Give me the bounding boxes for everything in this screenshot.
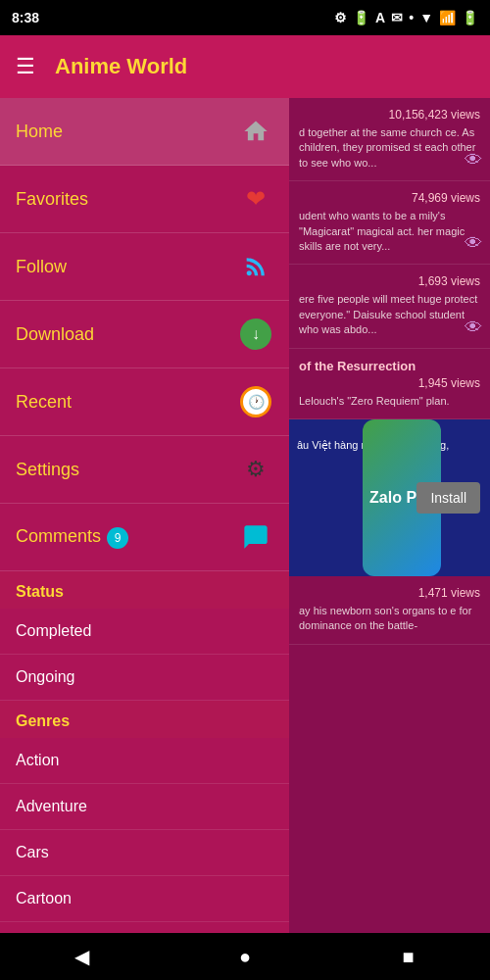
top-bar: ☰ Anime World [0, 35, 490, 98]
home-nav-icon: ● [239, 946, 251, 968]
sidebar-item-settings[interactable]: Settings ⚙ [0, 436, 289, 504]
heart-icon: ❤ [238, 181, 273, 217]
home-icon [238, 114, 273, 149]
action-label: Action [16, 752, 59, 769]
eye-icon-2: 👁 [465, 233, 482, 254]
content-item-2: 74,969 views udent who wants to be a mil… [289, 181, 490, 265]
settings-label: Settings [16, 460, 79, 480]
content-item-4: of the Resurrection 1,945 views Lelouch'… [289, 349, 490, 419]
cars-label: Cars [16, 844, 49, 861]
recent-label: Recent [16, 392, 72, 413]
genre-cars-item[interactable]: Cars [0, 830, 289, 876]
text-3: ere five people will meet huge protect e… [299, 292, 480, 337]
comments-label: Comments9 [16, 526, 128, 549]
ongoing-label: Ongoing [16, 668, 75, 686]
signal-icon: 📶 [439, 10, 456, 25]
genre-comedy-item[interactable]: Comedy [0, 922, 289, 933]
dot-icon: • [409, 10, 414, 25]
time-display: 8:38 [12, 10, 39, 25]
text-4: Lelouch's "Zero Requiem" plan. [299, 394, 480, 409]
rss-icon [238, 249, 273, 284]
bottom-nav: ◀ ● ■ [0, 933, 490, 980]
genre-adventure-item[interactable]: Adventure [0, 784, 289, 830]
back-button[interactable]: ◀ [52, 933, 111, 980]
sidebar-item-comments[interactable]: Comments9 [0, 504, 289, 571]
clock-icon: 🕐 [238, 384, 273, 419]
back-icon: ◀ [74, 945, 89, 968]
status-bar-right: ⚙ 🔋 A ✉ • ▼ 📶 🔋 [334, 10, 478, 25]
status-section-header: Status [0, 571, 289, 609]
status-completed-item[interactable]: Completed [0, 609, 289, 655]
app-title: Anime World [55, 54, 187, 79]
wifi-icon: ▼ [419, 10, 433, 25]
views-2: 74,969 views [299, 191, 480, 205]
content-area: 10,156,423 views d together at the same … [289, 98, 490, 933]
genres-section-label: Genres [16, 712, 70, 729]
content-item-last: 1,471 views ay his newborn son's organs … [289, 576, 490, 645]
sidebar-item-home[interactable]: Home [0, 98, 289, 166]
follow-label: Follow [16, 257, 67, 277]
views-3: 1,693 views [299, 274, 480, 288]
sidebar-item-download[interactable]: Download ↓ [0, 301, 289, 368]
hamburger-menu-button[interactable]: ☰ [16, 54, 35, 79]
views-4: 1,945 views [299, 376, 480, 390]
views-last: 1,471 views [299, 586, 480, 600]
email-icon: ✉ [391, 10, 403, 25]
recents-icon: ■ [403, 946, 415, 968]
eye-icon-1: 👁 [465, 150, 482, 171]
main-layout: Home Favorites ❤ Follow Download [0, 98, 490, 933]
genre-action-item[interactable]: Action [0, 738, 289, 784]
status-section-label: Status [16, 583, 64, 600]
status-bar: 8:38 ⚙ 🔋 A ✉ • ▼ 📶 🔋 [0, 0, 490, 35]
sidebar-item-favorites[interactable]: Favorites ❤ [0, 166, 289, 233]
battery-saver-icon: 🔋 [353, 10, 369, 25]
genres-section-header: Genres [0, 701, 289, 738]
gear-icon: ⚙ [238, 452, 273, 487]
item4-title: of the Resurrection [299, 359, 480, 373]
download-label: Download [16, 324, 94, 345]
battery-icon: 🔋 [462, 10, 478, 25]
download-icon: ↓ [238, 317, 273, 352]
favorites-label: Favorites [16, 189, 88, 210]
views-1: 10,156,423 views [299, 108, 480, 122]
text-1: d together at the same church ce. As chi… [299, 125, 480, 171]
sidebar-item-recent[interactable]: Recent 🕐 [0, 368, 289, 436]
home-button[interactable]: ● [216, 933, 274, 980]
content-item-3: 1,693 views ere five people will meet hu… [289, 265, 490, 348]
comments-badge: 9 [107, 527, 128, 549]
install-button[interactable]: Install [416, 482, 480, 514]
text-2: udent who wants to be a mily's "Magicara… [299, 209, 480, 254]
ad-banner: âu Việt hàng ngày, hanh chóng, Zalo Pay … [289, 419, 490, 576]
home-label: Home [16, 122, 63, 142]
sidebar-item-follow[interactable]: Follow [0, 233, 289, 301]
adventure-label: Adventure [16, 798, 87, 815]
completed-label: Completed [16, 622, 91, 640]
text-last: ay his newborn son's organs to e for dom… [299, 604, 480, 634]
genre-cartoon-item[interactable]: Cartoon [0, 876, 289, 922]
status-ongoing-item[interactable]: Ongoing [0, 655, 289, 701]
recents-button[interactable]: ■ [379, 933, 438, 980]
cartoon-label: Cartoon [16, 890, 72, 907]
status-bar-left: 8:38 [12, 10, 39, 25]
chat-icon [238, 519, 273, 555]
sidebar: Home Favorites ❤ Follow Download [0, 98, 289, 933]
content-item-1: 10,156,423 views d together at the same … [289, 98, 490, 181]
font-icon: A [375, 10, 385, 25]
settings-icon: ⚙ [334, 10, 347, 25]
eye-icon-3: 👁 [465, 318, 482, 338]
